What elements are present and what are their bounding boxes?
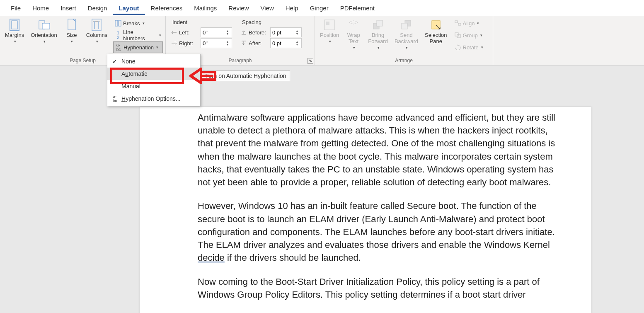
chevron-down-icon: ▾ [143,21,145,25]
svg-rect-22 [455,21,458,23]
svg-rect-16 [326,22,329,25]
paragraph-launcher[interactable]: ⬊ [307,58,313,64]
tab-ginger[interactable]: Ginger [304,1,334,15]
spacing-after-row: After: ▲▼ [240,38,302,49]
tab-references[interactable]: References [145,1,189,15]
tab-home[interactable]: Home [27,1,55,15]
selection-pane-label: Selection Pane [425,32,447,45]
spinner-up[interactable]: ▲ [294,40,300,43]
tab-layout[interactable]: Layout [113,1,145,15]
selection-pane-button[interactable]: Selection Pane [422,17,449,46]
spacing-before-row: Before: ▲▼ [240,27,302,38]
spacing-after-label: After: [249,40,269,46]
indent-left-field[interactable]: ▲▼ [201,27,232,37]
svg-rect-5 [92,19,101,31]
chevron-down-icon: ▾ [96,39,98,44]
doc-p2-a: However, Windows 10 has an in-built feat… [198,201,555,250]
group-label-arrange: Arrange [317,58,490,64]
chevron-down-icon: ▾ [71,39,73,44]
spinner-down[interactable]: ▼ [224,43,231,46]
hyph-menu-none[interactable]: ✓ None [107,55,200,68]
hyph-menu-automatic[interactable]: Automatic [107,68,200,80]
indent-left-label: Left: [179,29,199,36]
columns-label: Columns [86,32,107,39]
align-button[interactable]: Align ▾ [453,17,485,29]
tab-pdfelement[interactable]: PDFelement [334,1,380,15]
tab-design[interactable]: Design [82,1,113,15]
chevron-down-icon: ▾ [378,46,380,50]
spinner-up[interactable]: ▲ [224,40,231,43]
rotate-label: Rotate [463,44,479,51]
chevron-down-icon: ▾ [156,45,158,49]
hyph-menu-manual[interactable]: Manual [107,80,200,92]
tab-help[interactable]: Help [280,1,304,15]
spacing-before-field[interactable]: ▲▼ [270,27,302,37]
wrap-text-button: Wrap Text ▾ [343,17,364,51]
chevron-down-icon: ▾ [14,39,16,44]
orientation-button[interactable]: Orientation ▾ [28,17,60,44]
tab-review[interactable]: Review [223,1,254,15]
columns-button[interactable]: Columns ▾ [84,17,110,44]
document-page[interactable]: Antimalware software applications have b… [140,107,591,313]
breaks-label: Breaks [123,20,140,27]
spinner-up[interactable]: ▲ [224,29,231,32]
svg-rect-20 [402,23,407,29]
indent-right-field[interactable]: ▲▼ [201,38,232,48]
indent-left-input[interactable] [201,29,224,36]
tab-view[interactable]: View [255,1,280,15]
margins-button[interactable]: Margins ▾ [2,17,27,44]
document-viewport[interactable]: Antimalware software applications have b… [0,66,644,313]
menu-tabs: File Home Insert Design Layout Reference… [0,0,644,16]
line-numbers-icon: 12 [115,32,121,39]
hyphenation-options-icon: a-bc [111,95,118,102]
breaks-icon [115,20,121,27]
spinner-down[interactable]: ▼ [294,32,300,35]
tab-insert[interactable]: Insert [55,1,82,15]
selection-pane-icon [429,18,443,32]
check-icon: ✓ [111,58,118,65]
size-icon [65,18,78,32]
align-label: Align [463,20,475,27]
rotate-button[interactable]: Rotate ▾ [453,41,485,53]
hyph-none-rest: one [126,58,135,65]
spacing-before-input[interactable] [271,29,294,36]
spacing-after-icon [240,40,247,46]
doc-paragraph-1[interactable]: Antimalware software applications have b… [198,111,558,189]
line-numbers-button[interactable]: 12 Line Numbers ▾ [113,29,163,41]
wrap-text-icon [347,18,360,32]
align-icon [455,20,461,27]
breaks-button[interactable]: Breaks ▾ [113,17,163,29]
group-objects-button[interactable]: Group ▾ [453,29,485,41]
spinner-up[interactable]: ▲ [294,29,300,32]
tab-mailings[interactable]: Mailings [188,1,223,15]
spinner-down[interactable]: ▼ [224,32,231,35]
position-label: Position [320,32,339,39]
hyph-menu-options[interactable]: a-bc Hyphenation Options... [107,92,200,105]
hyphenation-icon: a-bc [115,44,122,51]
indent-right-input[interactable] [201,40,224,46]
columns-icon [90,18,103,32]
size-button[interactable]: Size ▾ [61,17,82,44]
indent-right-icon [171,40,177,46]
doc-paragraph-2[interactable]: However, Windows 10 has an in-built feat… [198,199,558,264]
spacing-after-input[interactable] [271,40,294,46]
hyphenation-label: Hyphenation [123,44,154,51]
spacing-after-field[interactable]: ▲▼ [270,38,302,48]
indent-right-label: Right: [179,40,199,46]
indent-header: Indent [171,18,232,27]
send-backward-label: Send Backward [395,32,418,45]
doc-paragraph-3[interactable]: Now coming to the Boot-Start Driver Init… [198,275,558,301]
hyphenation-button[interactable]: a-bc Hyphenation ▾ [113,41,163,53]
spinner-down[interactable]: ▼ [294,43,300,46]
position-button: Position ▾ [317,17,341,44]
hyph-auto-rest: tomatic [128,70,147,77]
hyph-manual-rest: anual [126,83,140,90]
tab-file[interactable]: File [5,1,27,15]
spacing-header: Spacing [240,18,302,27]
orientation-label: Orientation [31,32,57,39]
svg-rect-3 [42,23,50,29]
send-backward-button: Send Backward ▾ [392,17,421,51]
bring-forward-label: Bring Forward [368,32,388,45]
margins-icon [8,18,21,32]
hyph-options-rest: yphenation Options... [126,95,180,102]
